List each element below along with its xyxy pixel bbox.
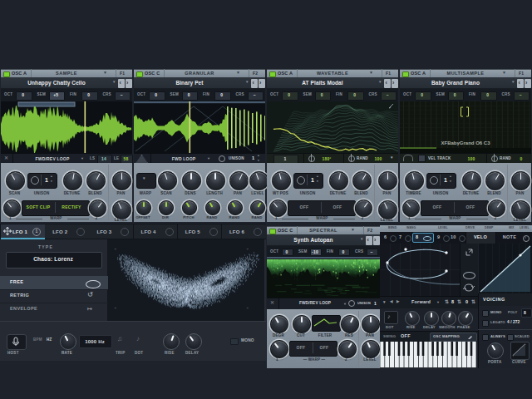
svg-text:XFBabyGrand O6 C3: XFBabyGrand O6 C3 bbox=[441, 140, 490, 145]
